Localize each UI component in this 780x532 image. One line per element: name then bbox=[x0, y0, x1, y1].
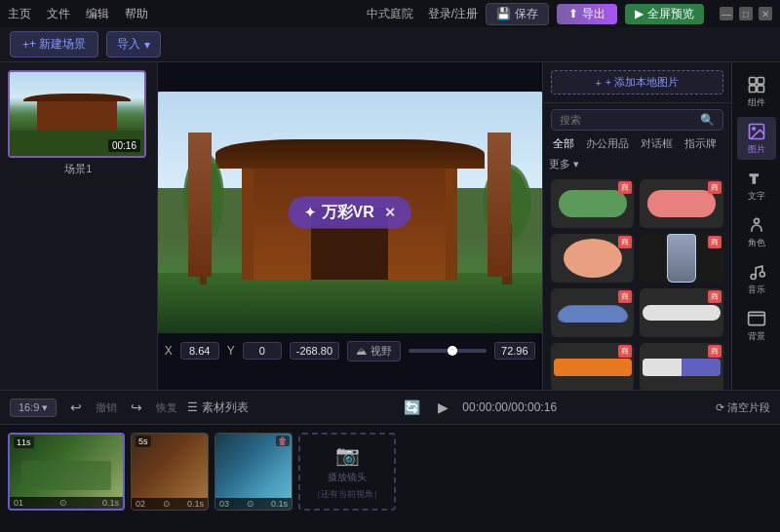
zoom-value[interactable]: 72.96 bbox=[494, 342, 535, 360]
svg-rect-2 bbox=[749, 85, 756, 92]
menu-item-home[interactable]: 主页 bbox=[8, 6, 31, 22]
list-icon: ☰ bbox=[187, 400, 198, 414]
sticker-item-7[interactable]: 商 bbox=[551, 343, 635, 390]
panel-background[interactable]: 背景 bbox=[737, 304, 776, 347]
preview-button[interactable]: ▶ 全屏预览 bbox=[625, 4, 704, 24]
clip-3-label: 03 bbox=[219, 499, 229, 509]
timeline-clip-2[interactable]: 02 ⊙ 0.1s 5s bbox=[131, 433, 209, 511]
clip-3-subtime: 0.1s bbox=[271, 499, 288, 509]
search-input[interactable] bbox=[560, 114, 697, 126]
clear-clip-button[interactable]: ⟳ 清空片段 bbox=[716, 400, 770, 415]
svg-rect-3 bbox=[757, 85, 763, 92]
music-label: 音乐 bbox=[748, 284, 765, 296]
z-value[interactable]: -268.80 bbox=[290, 342, 339, 360]
sticker-blue-disc bbox=[554, 305, 632, 323]
panel-music[interactable]: 音乐 bbox=[737, 257, 776, 300]
add-local-button[interactable]: + + 添加本地图片 bbox=[551, 70, 724, 95]
ratio-button[interactable]: 16:9 ▾ bbox=[10, 399, 57, 417]
video-canvas[interactable]: ✦ 万彩VR ✕ bbox=[158, 92, 542, 333]
y-label: Y bbox=[227, 344, 235, 358]
sticker-peach-oval bbox=[564, 239, 622, 278]
svg-point-5 bbox=[752, 127, 755, 130]
new-scene-button[interactable]: + + 新建场景 bbox=[10, 31, 98, 57]
import-button[interactable]: 导入 ▾ bbox=[106, 31, 161, 57]
search-icon: 🔍 bbox=[700, 113, 715, 127]
search-box: 🔍 bbox=[551, 109, 724, 131]
clip-1-label: 01 bbox=[14, 498, 23, 508]
clip-2-subtime: 0.1s bbox=[187, 499, 204, 509]
filter-more-button[interactable]: 更多 ▾ bbox=[549, 157, 579, 171]
x-label: X bbox=[165, 344, 173, 358]
export-icon: ⬆ bbox=[568, 7, 578, 20]
export-button[interactable]: ⬆ 导出 bbox=[557, 4, 617, 24]
filter-tab-dialog[interactable]: 对话框 bbox=[637, 134, 677, 153]
clip-3-delete-button[interactable]: 🗑 bbox=[276, 436, 290, 446]
menu-right: 登录/注册 💾 保存 ⬆ 导出 ▶ 全屏预览 — □ ✕ bbox=[428, 3, 772, 25]
right-panel: + + 添加本地图片 🔍 全部 办公用品 对话框 指示牌 更多 ▾ 商 商 bbox=[542, 62, 732, 390]
toolbar: + + 新建场景 导入 ▾ bbox=[0, 27, 780, 62]
filter-tab-all[interactable]: 全部 bbox=[549, 134, 578, 153]
add-camera-label: 摄放镜头 bbox=[328, 471, 367, 484]
svg-rect-10 bbox=[748, 312, 764, 324]
clip-2-info: 02 ⊙ 0.1s bbox=[132, 498, 208, 510]
sticker-item-2[interactable]: 商 bbox=[640, 179, 723, 228]
redo-button[interactable]: ↪ bbox=[127, 398, 146, 417]
images-label: 图片 bbox=[748, 143, 765, 156]
timeline-clip-1[interactable]: 01 ⊙ 0.1s 11s bbox=[8, 433, 125, 511]
material-list-button[interactable]: ☰ 素材列表 bbox=[187, 399, 249, 416]
sticker-item-8[interactable]: 商 bbox=[640, 343, 723, 390]
minimize-button[interactable]: — bbox=[720, 7, 733, 20]
maximize-button[interactable]: □ bbox=[739, 7, 753, 20]
save-button[interactable]: 💾 保存 bbox=[486, 3, 549, 25]
sticker-grid: 商 商 商 商 商 商 bbox=[543, 175, 732, 390]
close-button[interactable]: ✕ bbox=[759, 7, 772, 20]
plus-icon: + bbox=[595, 77, 601, 89]
zoom-slider[interactable] bbox=[409, 349, 487, 353]
timeline-clip-3[interactable]: 🗑 03 ⊙ 0.1s bbox=[214, 433, 292, 511]
sticker-green-pill bbox=[559, 190, 627, 217]
undo-button[interactable]: ↩ bbox=[66, 398, 86, 417]
login-button[interactable]: 登录/注册 bbox=[428, 6, 478, 22]
clip-1-info: 01 ⊙ 0.1s bbox=[10, 497, 123, 509]
watermark-overlay[interactable]: ✦ 万彩VR ✕ bbox=[289, 196, 411, 228]
sticker-glass bbox=[667, 234, 696, 283]
add-camera-button[interactable]: 📷 摄放镜头 （还有当前视角） bbox=[298, 433, 396, 511]
sticker-item-5[interactable]: 商 bbox=[551, 288, 635, 337]
clip-2-label: 02 bbox=[136, 499, 145, 509]
chevron-down-icon: ▾ bbox=[144, 38, 150, 52]
clip-1-subtime: 0.1s bbox=[102, 498, 119, 508]
xyz-controls: X 8.64 Y 0 -268.80 ⛰ 视野 72.96 bbox=[165, 341, 535, 361]
sticker-item-4[interactable]: 商 bbox=[640, 234, 723, 283]
y-value[interactable]: 0 bbox=[243, 342, 282, 360]
panel-components[interactable]: 组件 bbox=[737, 70, 776, 113]
background-label: 背景 bbox=[748, 330, 765, 343]
menu-item-file[interactable]: 文件 bbox=[47, 6, 70, 22]
filter-tab-office[interactable]: 办公用品 bbox=[582, 134, 633, 153]
watermark-icon: ✦ bbox=[304, 205, 316, 220]
x-value[interactable]: 8.64 bbox=[180, 342, 219, 360]
main-content: 00:16 场景1 bbox=[0, 62, 780, 390]
text-label: 文字 bbox=[748, 190, 765, 203]
panel-character[interactable]: 角色 bbox=[737, 210, 776, 253]
sticker-item-6[interactable]: 商 bbox=[640, 288, 723, 337]
camera-control[interactable]: ⛰ 视野 bbox=[347, 341, 401, 361]
pro-badge: 商 bbox=[618, 290, 632, 303]
pro-badge: 商 bbox=[618, 236, 632, 248]
sticker-item-1[interactable]: 商 bbox=[551, 179, 635, 228]
clip-2-duration: 5s bbox=[136, 436, 151, 447]
scene-thumbnail-1[interactable]: 00:16 bbox=[8, 70, 146, 158]
play-button[interactable]: ▶ bbox=[434, 398, 452, 417]
panel-images[interactable]: 图片 bbox=[737, 117, 776, 160]
loop-button[interactable]: 🔄 bbox=[400, 398, 424, 417]
panel-text[interactable]: T 文字 bbox=[737, 164, 776, 207]
filter-tab-sign[interactable]: 指示牌 bbox=[681, 134, 721, 153]
menu-item-help[interactable]: 帮助 bbox=[125, 6, 148, 22]
clip-3-info: 03 ⊙ 0.1s bbox=[215, 498, 292, 510]
pro-badge: 商 bbox=[708, 290, 722, 303]
window-controls: — □ ✕ bbox=[720, 7, 772, 20]
save-icon: 💾 bbox=[496, 7, 511, 20]
icons-panel: 组件 图片 T 文字 角色 音乐 背景 bbox=[731, 62, 780, 390]
menu-item-edit[interactable]: 编辑 bbox=[86, 6, 109, 22]
sticker-item-3[interactable]: 商 bbox=[551, 234, 635, 283]
watermark-close-button[interactable]: ✕ bbox=[384, 205, 396, 220]
